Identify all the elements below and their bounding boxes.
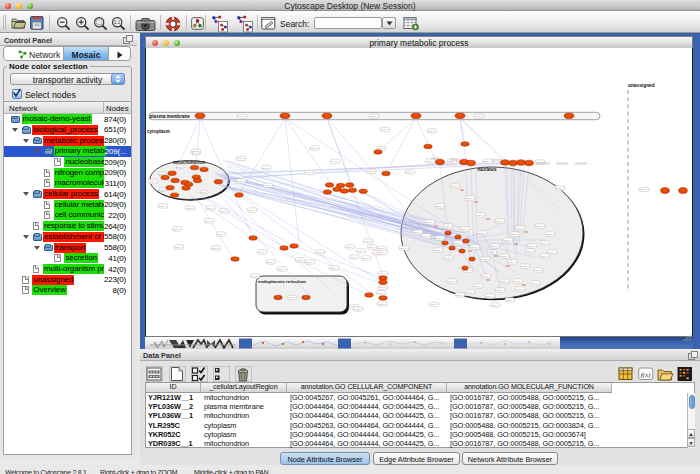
svg-text:[GO:0...]: [GO:0...] bbox=[435, 237, 444, 240]
svg-text:[GO:0...]: [GO:0...] bbox=[475, 214, 484, 217]
svg-text:[GO:0...]: [GO:0...] bbox=[435, 205, 444, 208]
svg-text:[GO:0...]: [GO:0...] bbox=[485, 295, 494, 298]
svg-text:[GO:0...]: [GO:0...] bbox=[376, 292, 385, 295]
svg-text:[GO:0...]: [GO:0...] bbox=[503, 239, 512, 242]
svg-text:[GO:0...]: [GO:0...] bbox=[305, 261, 314, 264]
svg-text:[GO:0...]: [GO:0...] bbox=[399, 247, 408, 250]
svg-text:[GO:0...]: [GO:0...] bbox=[237, 115, 246, 118]
svg-text:[GO:0...]: [GO:0...] bbox=[490, 304, 499, 307]
svg-text:[GO:0...]: [GO:0...] bbox=[533, 269, 542, 272]
svg-text:cytoplasm: cytoplasm bbox=[147, 129, 170, 134]
svg-text:[GO:0...]: [GO:0...] bbox=[413, 231, 422, 234]
svg-text:[GO:0...]: [GO:0...] bbox=[429, 303, 438, 306]
svg-text:[GO:0...]: [GO:0...] bbox=[199, 191, 208, 194]
svg-text:[GO:0...]: [GO:0...] bbox=[405, 171, 414, 174]
svg-text:[GO:0...]: [GO:0...] bbox=[425, 221, 434, 224]
svg-text:[GO:0...]: [GO:0...] bbox=[191, 152, 200, 155]
svg-text:[GO:0...]: [GO:0...] bbox=[236, 157, 245, 160]
svg-text:[GO:0...]: [GO:0...] bbox=[535, 225, 544, 228]
svg-text:[GO:0...]: [GO:0...] bbox=[421, 235, 430, 238]
svg-text:[GO:0...]: [GO:0...] bbox=[367, 246, 376, 249]
svg-text:[GO:0...]: [GO:0...] bbox=[349, 256, 358, 259]
svg-text:[GO:0...]: [GO:0...] bbox=[547, 251, 556, 254]
svg-text:[GO:0...]: [GO:0...] bbox=[495, 289, 504, 292]
svg-text:[GO:0...]: [GO:0...] bbox=[148, 180, 157, 183]
svg-text:[GO:0...]: [GO:0...] bbox=[216, 233, 225, 236]
svg-text:[GO:0...]: [GO:0...] bbox=[505, 299, 514, 302]
svg-text:[GO:0...]: [GO:0...] bbox=[262, 167, 271, 170]
svg-text:[GO:0...]: [GO:0...] bbox=[540, 255, 549, 258]
svg-text:[GO:0...]: [GO:0...] bbox=[366, 170, 375, 173]
svg-text:[GO:0...]: [GO:0...] bbox=[315, 251, 324, 254]
svg-text:[GO:0...]: [GO:0...] bbox=[236, 180, 245, 183]
svg-text:[GO:0...]: [GO:0...] bbox=[295, 259, 304, 262]
svg-text:[GO:0...]: [GO:0...] bbox=[520, 265, 529, 268]
svg-text:[GO:0...]: [GO:0...] bbox=[206, 207, 215, 210]
svg-text:[GO:0...]: [GO:0...] bbox=[530, 282, 539, 285]
svg-text:[GO:0...]: [GO:0...] bbox=[361, 257, 370, 260]
svg-text:[GO:0...]: [GO:0...] bbox=[363, 240, 372, 243]
svg-text:plasma membrane: plasma membrane bbox=[150, 114, 191, 119]
svg-text:[GO:0...]: [GO:0...] bbox=[356, 250, 365, 253]
svg-text:1:1: 1:1 bbox=[114, 20, 121, 25]
svg-text:[GO:0...]: [GO:0...] bbox=[527, 245, 536, 248]
svg-text:[GO:0...]: [GO:0...] bbox=[513, 280, 522, 283]
svg-text:[GO:0...]: [GO:0...] bbox=[545, 233, 554, 236]
svg-text:[GO:0...]: [GO:0...] bbox=[510, 233, 519, 236]
svg-text:[GO:0...]: [GO:0...] bbox=[455, 294, 464, 297]
svg-text:nucleus: nucleus bbox=[478, 166, 497, 172]
svg-text:[GO:0...]: [GO:0...] bbox=[450, 185, 459, 188]
svg-text:[GO:0...]: [GO:0...] bbox=[507, 261, 516, 264]
svg-text:[GO:0...]: [GO:0...] bbox=[540, 242, 549, 245]
svg-text:[GO:0...]: [GO:0...] bbox=[219, 210, 228, 213]
svg-text:[GO:0...]: [GO:0...] bbox=[500, 280, 509, 283]
svg-text:[GO:0...]: [GO:0...] bbox=[172, 228, 181, 231]
svg-text:[GO:0...]: [GO:0...] bbox=[329, 267, 338, 270]
svg-text:[GO:0...]: [GO:0...] bbox=[204, 220, 213, 223]
svg-text:[GO:0...]: [GO:0...] bbox=[495, 220, 504, 223]
svg-text:[GO:0...]: [GO:0...] bbox=[250, 275, 259, 278]
svg-text:[GO:0...]: [GO:0...] bbox=[345, 246, 354, 249]
svg-text:[GO:0...]: [GO:0...] bbox=[353, 308, 362, 311]
svg-text:[GO:0...]: [GO:0...] bbox=[158, 205, 167, 208]
svg-text:[GO:0...]: [GO:0...] bbox=[176, 166, 185, 169]
svg-text:[GO:0...]: [GO:0...] bbox=[515, 288, 524, 291]
svg-text:[GO:0...]: [GO:0...] bbox=[174, 246, 183, 249]
svg-text:[GO:0...]: [GO:0...] bbox=[515, 227, 524, 230]
svg-text:[GO:0...]: [GO:0...] bbox=[380, 128, 389, 131]
svg-text:[GO:0...]: [GO:0...] bbox=[555, 187, 564, 190]
svg-text:[GO:0...]: [GO:0...] bbox=[427, 130, 436, 133]
svg-text:[GO:0...]: [GO:0...] bbox=[377, 247, 386, 250]
svg-text:[GO:0...]: [GO:0...] bbox=[369, 115, 378, 118]
svg-text:[GO:0...]: [GO:0...] bbox=[378, 272, 387, 275]
svg-text:[GO:0...]: [GO:0...] bbox=[377, 303, 386, 306]
svg-text:[GO:0...]: [GO:0...] bbox=[310, 147, 319, 150]
svg-text:[GO:0...]: [GO:0...] bbox=[443, 225, 452, 228]
svg-text:[GO:0...]: [GO:0...] bbox=[378, 286, 387, 289]
svg-text:mitochondrion: mitochondrion bbox=[173, 160, 205, 165]
svg-text:[GO:0...]: [GO:0...] bbox=[211, 247, 220, 250]
svg-text:[GO:0...]: [GO:0...] bbox=[447, 280, 456, 283]
svg-text:[GO:0...]: [GO:0...] bbox=[257, 251, 266, 254]
svg-text:[GO:0...]: [GO:0...] bbox=[378, 251, 387, 254]
svg-text:[GO:0...]: [GO:0...] bbox=[525, 250, 534, 253]
svg-text:[GO:0...]: [GO:0...] bbox=[474, 115, 483, 118]
svg-text:[GO:0...]: [GO:0...] bbox=[425, 160, 434, 163]
svg-text:[GO:0...]: [GO:0...] bbox=[330, 160, 339, 163]
svg-text:[GO:0...]: [GO:0...] bbox=[473, 285, 482, 288]
svg-text:[GO:0...]: [GO:0...] bbox=[639, 188, 648, 191]
svg-text:[GO:0...]: [GO:0...] bbox=[185, 207, 194, 210]
svg-text:[GO:0...]: [GO:0...] bbox=[304, 171, 313, 174]
svg-text:[GO:0...]: [GO:0...] bbox=[263, 184, 272, 187]
svg-text:[GO:0...]: [GO:0...] bbox=[266, 261, 275, 264]
svg-text:f(x): f(x) bbox=[641, 371, 651, 379]
svg-text:[GO:0...]: [GO:0...] bbox=[247, 209, 256, 212]
svg-text:[GO:0...]: [GO:0...] bbox=[287, 296, 296, 299]
svg-text:[GO:0...]: [GO:0...] bbox=[460, 228, 469, 231]
svg-text:[GO:0...]: [GO:0...] bbox=[481, 275, 490, 278]
svg-text:[GO:0...]: [GO:0...] bbox=[465, 291, 474, 294]
svg-text:[GO:0...]: [GO:0...] bbox=[483, 160, 492, 163]
svg-text:endoplasmic reticulum: endoplasmic reticulum bbox=[258, 279, 306, 284]
svg-text:[GO:0...]: [GO:0...] bbox=[433, 249, 442, 252]
svg-text:[GO:0...]: [GO:0...] bbox=[465, 197, 474, 200]
